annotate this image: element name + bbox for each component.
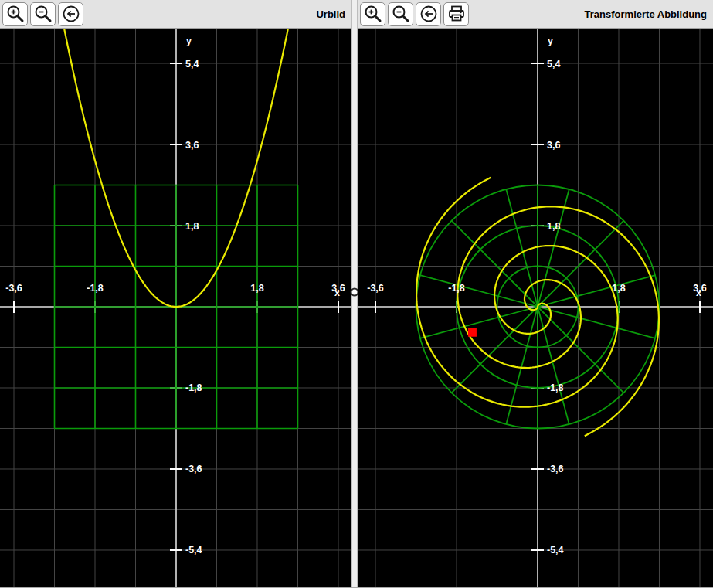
y-tick-label: -1,8 xyxy=(547,382,564,393)
radial-grid-line xyxy=(420,275,538,307)
y-axis-name: y xyxy=(186,36,192,46)
x-tick-label: -1,8 xyxy=(448,283,465,294)
y-tick-label: -1,8 xyxy=(185,382,202,393)
zoom-in-button[interactable] xyxy=(360,2,385,26)
y-tick-label: -3,6 xyxy=(547,464,564,474)
back-icon xyxy=(419,4,439,24)
x-tick-label: 1,8 xyxy=(612,283,625,294)
y-tick-label: -3,6 xyxy=(185,464,202,474)
x-tick-label: 1,8 xyxy=(250,283,263,294)
panel-title: Urbild xyxy=(316,8,345,20)
x-tick-label: -1,8 xyxy=(87,283,104,294)
zoom-in-icon xyxy=(5,4,25,24)
plot-area-urbild: -3,6-1,81,83,65,43,61,8-1,8-3,6-5,4yx xyxy=(0,29,351,588)
print-icon xyxy=(446,4,467,24)
pane-splitter[interactable] xyxy=(351,0,358,588)
plot-urbild[interactable]: -3,6-1,81,83,65,43,61,8-1,8-3,6-5,4yx xyxy=(0,29,351,587)
radial-grid-line xyxy=(538,307,655,338)
zoom-in-button[interactable] xyxy=(2,2,28,26)
back-icon xyxy=(61,4,81,24)
back-button[interactable] xyxy=(416,2,441,26)
zoom-out-icon xyxy=(33,4,53,24)
toolbar-buttons-urbild xyxy=(2,2,83,26)
y-tick-label: 3,6 xyxy=(547,140,560,151)
radial-grid-line xyxy=(538,221,623,307)
y-tick-label: 3,6 xyxy=(185,140,199,151)
y-tick-label: -5,4 xyxy=(185,545,202,556)
y-axis-name: y xyxy=(548,36,553,46)
toolbar-urbild: Urbild xyxy=(0,0,351,29)
x-axis-name: x xyxy=(334,287,340,298)
x-tick-label: -3,6 xyxy=(5,283,22,294)
app-window: Urbild -3,6-1,81,83,65,43,61,8-1,8-3,6-5… xyxy=(0,0,713,588)
zoom-out-button[interactable] xyxy=(30,2,56,26)
panel-title: Transformierte Abbildung xyxy=(585,8,707,20)
y-tick-label: -5,4 xyxy=(547,545,564,556)
zoom-in-icon xyxy=(363,4,383,24)
panel-urbild: Urbild -3,6-1,81,83,65,43,61,8-1,8-3,6-5… xyxy=(0,0,351,588)
x-axis-name: x xyxy=(696,287,701,298)
zoom-out-button[interactable] xyxy=(388,2,413,26)
y-tick-label: 1,8 xyxy=(547,221,560,232)
toolbar-buttons-transformed xyxy=(360,2,469,26)
print-button[interactable] xyxy=(443,2,469,26)
plot-transformierte-abbildung[interactable]: -3,6-1,81,83,65,43,61,8-1,8-3,6-5,4yx xyxy=(358,29,713,587)
panel-transformierte-abbildung: Transformierte Abbildung -3,6-1,81,83,65… xyxy=(358,0,713,588)
x-tick-label: -3,6 xyxy=(367,283,384,294)
plot-area-transformierte-abbildung: -3,6-1,81,83,65,43,61,8-1,8-3,6-5,4yx xyxy=(358,29,713,588)
radial-grid-line xyxy=(538,275,655,307)
radial-grid-line xyxy=(452,307,538,393)
y-tick-label: 5,4 xyxy=(547,59,560,70)
y-tick-label: 1,8 xyxy=(185,221,199,232)
toolbar-transformierte-abbildung: Transformierte Abbildung xyxy=(358,0,713,29)
radial-grid-line xyxy=(420,307,538,338)
axis-labels: -3,6-1,81,83,65,43,61,8-1,8-3,6-5,4yx xyxy=(5,36,345,556)
y-tick-label: 5,4 xyxy=(185,59,199,70)
zoom-out-icon xyxy=(391,4,411,24)
red-point-marker[interactable] xyxy=(468,328,477,337)
back-button[interactable] xyxy=(58,2,83,26)
